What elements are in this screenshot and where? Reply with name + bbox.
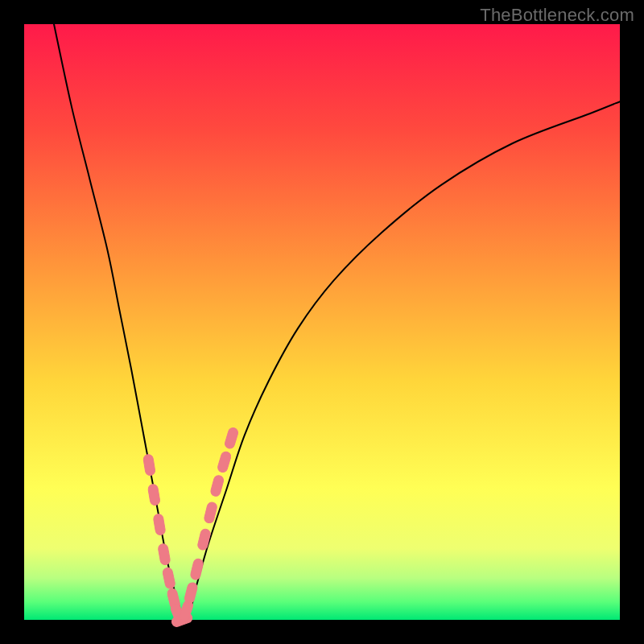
marker (224, 427, 239, 449)
marker (147, 484, 160, 506)
marker (142, 454, 155, 477)
bottleneck-curve (54, 24, 620, 620)
marker (197, 528, 212, 551)
marker (162, 567, 175, 589)
marker (217, 451, 232, 473)
marker (210, 474, 225, 497)
chart-frame: TheBottleneck.com (0, 0, 644, 644)
curve-layer (24, 24, 620, 620)
marker (184, 582, 198, 605)
plot-area (24, 24, 620, 620)
marker (190, 558, 204, 580)
highlighted-points (142, 427, 239, 628)
marker (158, 543, 171, 566)
watermark-text: TheBottleneck.com (480, 5, 634, 26)
marker (153, 514, 166, 536)
